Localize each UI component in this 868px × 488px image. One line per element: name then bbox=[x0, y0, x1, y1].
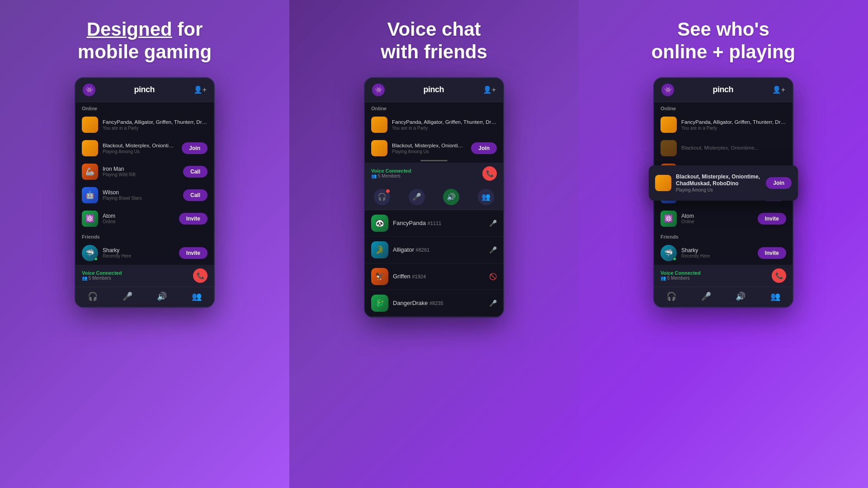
left-party-names: FancyPanda, Alligator, Griffen, Thunterr… bbox=[103, 119, 208, 126]
left-atom-item[interactable]: ⚛️ Atom Online Invite bbox=[75, 207, 214, 230]
center-dangerdrake-avatar: 🐉 bbox=[371, 295, 388, 312]
left-atom-invite-button[interactable]: Invite bbox=[179, 213, 208, 225]
center-panel: Voice chat with friends 👾 pinch 👤+ Onlin… bbox=[289, 0, 579, 488]
right-sharky-item[interactable]: 🦈 Sharky Recently Here Invite bbox=[654, 241, 793, 265]
center-party-names: FancyPanda, Alligator, Griffen, Thunterr… bbox=[392, 119, 497, 126]
center-fancypanda-avatar: 🐼 bbox=[371, 215, 388, 232]
right-group-avatar bbox=[660, 140, 677, 156]
left-voice-connected: Voice Connected bbox=[82, 270, 122, 276]
right-atom-name: Atom bbox=[681, 213, 753, 219]
right-voice-members: 👥 5 Members bbox=[660, 276, 700, 281]
center-party-item[interactable]: FancyPanda, Alligator, Griffen, Thunterr… bbox=[365, 113, 503, 136]
left-group-names: Blackout, Misterplex, Oniontime, ChadMus… bbox=[103, 142, 177, 149]
left-wilson-status: Playing Brawl Stars bbox=[103, 196, 179, 201]
right-atom-item[interactable]: ⚛️ Atom Online Invite bbox=[654, 207, 793, 230]
center-voice-user-griffen[interactable]: 🦅 Griffen #1924 🚫 bbox=[365, 263, 503, 290]
center-alligator-mic: 🎤 bbox=[489, 246, 497, 253]
center-group-item[interactable]: Blackout, Misterplex, Oniontime, ChadMus… bbox=[365, 136, 503, 160]
right-popup-join-button[interactable]: Join bbox=[766, 177, 792, 189]
center-join-button[interactable]: Join bbox=[471, 142, 497, 154]
center-add-friend-icon[interactable]: 👤+ bbox=[483, 85, 496, 94]
center-group-sub: Playing Among Us bbox=[392, 149, 467, 154]
left-wilson-item[interactable]: 🤖 Wilson Playing Brawl Stars Call bbox=[75, 183, 214, 207]
left-voice-members: 👥 5 Members bbox=[82, 276, 122, 281]
left-atom-info: Atom Online bbox=[103, 213, 175, 224]
right-popup-overlay: Blackout, Misterplex, Oniontime, ChadMus… bbox=[649, 165, 798, 201]
left-end-call-button[interactable]: 📞 bbox=[193, 268, 208, 283]
left-title-highlight: Designed bbox=[87, 19, 172, 40]
left-nav-headset[interactable]: 🎧 bbox=[88, 291, 98, 301]
left-nav-friends[interactable]: 👥 bbox=[192, 291, 202, 301]
left-group-item[interactable]: Blackout, Misterplex, Oniontime, ChadMus… bbox=[75, 136, 214, 160]
right-phone-body: Online FancyPanda, Alligator, Griffen, T… bbox=[654, 102, 793, 307]
left-add-friend-icon[interactable]: 👤+ bbox=[193, 85, 207, 94]
center-party-info: FancyPanda, Alligator, Griffen, Thunterr… bbox=[392, 119, 497, 131]
center-voice-ctrl-headset[interactable]: 🎧 bbox=[374, 189, 390, 205]
left-online-label: Online bbox=[75, 102, 214, 113]
right-sharky-online-dot bbox=[673, 257, 676, 261]
center-voice-user-fancypanda[interactable]: 🐼 FancyPanda #1111 🎤 bbox=[365, 210, 503, 237]
center-voice-panel-left: Voice Connected 👥 5 Members bbox=[371, 168, 411, 178]
right-voice-bar: Voice Connected 👥 5 Members 📞 bbox=[654, 265, 793, 286]
center-end-call-button[interactable]: 📞 bbox=[482, 166, 497, 181]
left-join-button[interactable]: Join bbox=[182, 142, 208, 154]
right-nav-speaker[interactable]: 🔊 bbox=[736, 291, 745, 301]
right-party-item[interactable]: FancyPanda, Alligator, Griffen, Thunterr… bbox=[654, 113, 793, 136]
left-atom-avatar: ⚛️ bbox=[82, 211, 98, 227]
right-online-label: Online bbox=[654, 102, 793, 113]
center-voice-ctrl-speaker[interactable]: 🔊 bbox=[443, 189, 459, 205]
left-title-line2: mobile gaming bbox=[78, 41, 212, 62]
left-group-avatar bbox=[82, 140, 98, 156]
right-atom-info: Atom Online bbox=[681, 213, 753, 224]
right-sharky-invite-button[interactable]: Invite bbox=[758, 247, 786, 259]
center-title: Voice chat with friends bbox=[381, 18, 487, 64]
left-ironman-name: Iron Man bbox=[103, 166, 179, 172]
left-nav-mic[interactable]: 🎤 bbox=[123, 291, 132, 301]
center-voice-user-alligator[interactable]: 🐊 Alligator #8261 🎤 bbox=[365, 237, 503, 263]
right-nav-headset[interactable]: 🎧 bbox=[666, 291, 676, 301]
left-voice-bar-info: Voice Connected 👥 5 Members bbox=[82, 270, 122, 281]
left-ironman-item[interactable]: 🦾 Iron Man Playing Wild Rift Call bbox=[75, 160, 214, 183]
center-voice-user-dangerdrake[interactable]: 🐉 DangerDrake #8235 🎤 bbox=[365, 290, 503, 317]
left-sharky-invite-button[interactable]: Invite bbox=[179, 247, 208, 259]
left-wilson-info: Wilson Playing Brawl Stars bbox=[103, 189, 179, 201]
right-nav-mic[interactable]: 🎤 bbox=[701, 291, 711, 301]
left-nav-speaker[interactable]: 🔊 bbox=[157, 291, 167, 301]
left-party-item[interactable]: FancyPanda, Alligator, Griffen, Thunterr… bbox=[75, 113, 214, 136]
left-panel: Designed for mobile gaming 👾 pinch 👤+ On… bbox=[0, 0, 289, 488]
center-group-info: Blackout, Misterplex, Oniontime, ChadMus… bbox=[392, 142, 467, 154]
left-phone: 👾 pinch 👤+ Online FancyPanda, Alligator,… bbox=[75, 77, 215, 308]
right-group-names: Blackout, Misterplex, Oniontime... bbox=[681, 145, 786, 151]
center-title-line2: with friends bbox=[381, 41, 487, 62]
left-party-sub: You are in a Party bbox=[103, 126, 208, 131]
center-dangerdrake-mic: 🎤 bbox=[489, 300, 497, 307]
left-bottom-nav: 🎧 🎤 🔊 👥 bbox=[75, 286, 214, 307]
left-wilson-name: Wilson bbox=[103, 189, 179, 196]
right-add-friend-icon[interactable]: 👤+ bbox=[772, 85, 785, 94]
right-friends-label: Friends bbox=[654, 230, 793, 241]
right-atom-invite-button[interactable]: Invite bbox=[758, 213, 786, 225]
left-sharky-item[interactable]: 🦈 Sharky Recently Here Invite bbox=[75, 241, 214, 265]
left-group-sub: Playing Among Us bbox=[103, 149, 177, 154]
right-group-info: Blackout, Misterplex, Oniontime... bbox=[681, 145, 786, 151]
right-phone-header: 👾 pinch 👤+ bbox=[654, 78, 793, 102]
left-sharky-online-dot bbox=[94, 257, 98, 261]
center-voice-ctrl-friends[interactable]: 👥 bbox=[478, 189, 494, 205]
center-app-logo: pinch bbox=[424, 85, 444, 94]
left-app-avatar: 👾 bbox=[83, 84, 95, 96]
center-phone: 👾 pinch 👤+ Online FancyPanda, Alligator,… bbox=[364, 77, 504, 318]
center-voice-connected-text: Voice Connected bbox=[371, 168, 411, 174]
right-nav-friends[interactable]: 👥 bbox=[770, 291, 780, 301]
right-sharky-info: Sharky Recently Here bbox=[681, 247, 753, 258]
left-sharky-name: Sharky bbox=[103, 247, 175, 253]
right-end-call-button[interactable]: 📞 bbox=[772, 268, 786, 283]
left-ironman-call-button[interactable]: Call bbox=[183, 166, 208, 178]
center-griffen-mic-muted: 🚫 bbox=[489, 273, 497, 280]
center-voice-ctrl-mic[interactable]: 🎤 bbox=[409, 189, 425, 205]
left-voice-bar: Voice Connected 👥 5 Members 📞 bbox=[75, 265, 214, 286]
left-wilson-call-button[interactable]: Call bbox=[183, 189, 208, 201]
right-popup-group-item[interactable]: Blackout, Misterplex, Oniontime, ChadMus… bbox=[655, 171, 792, 195]
center-voice-members-text: 👥 5 Members bbox=[371, 174, 411, 178]
right-voice-connected: Voice Connected bbox=[660, 270, 700, 276]
right-bottom-nav: 🎧 🎤 🔊 👥 bbox=[654, 286, 793, 307]
